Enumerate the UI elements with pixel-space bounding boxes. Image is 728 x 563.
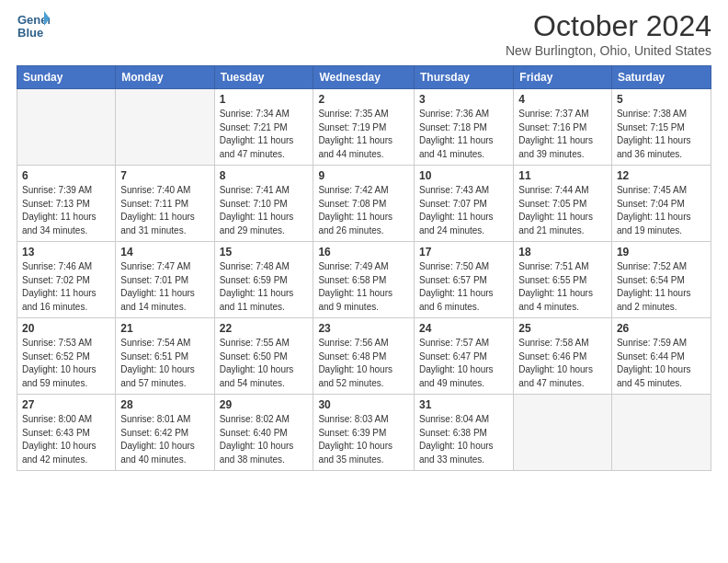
day-number: 4: [518, 93, 607, 106]
day-number: 18: [518, 246, 607, 259]
calendar-cell: 17Sunrise: 7:50 AMSunset: 6:57 PMDayligh…: [414, 242, 513, 318]
day-content: Sunrise: 8:02 AMSunset: 6:40 PMDaylight:…: [220, 413, 309, 466]
day-number: 15: [220, 246, 309, 259]
day-content: Sunrise: 7:42 AMSunset: 7:08 PMDaylight:…: [318, 184, 409, 237]
calendar-cell: 26Sunrise: 7:59 AMSunset: 6:44 PMDayligh…: [611, 318, 711, 395]
page: General Blue October 2024 New Burlington…: [0, 0, 728, 488]
calendar-cell: 27Sunrise: 8:00 AMSunset: 6:43 PMDayligh…: [17, 395, 116, 471]
col-header-sunday: Sunday: [17, 66, 116, 89]
calendar-header-row: SundayMondayTuesdayWednesdayThursdayFrid…: [17, 66, 711, 89]
header: General Blue October 2024 New Burlington…: [17, 9, 711, 58]
col-header-thursday: Thursday: [414, 66, 513, 89]
calendar-cell: 22Sunrise: 7:55 AMSunset: 6:50 PMDayligh…: [214, 318, 313, 395]
day-content: Sunrise: 7:48 AMSunset: 6:59 PMDaylight:…: [220, 260, 309, 314]
calendar-cell: [116, 89, 214, 166]
calendar-cell: [611, 395, 711, 471]
calendar-cell: 30Sunrise: 8:03 AMSunset: 6:39 PMDayligh…: [313, 395, 415, 471]
calendar-cell: 28Sunrise: 8:01 AMSunset: 6:42 PMDayligh…: [116, 395, 214, 471]
col-header-wednesday: Wednesday: [313, 66, 415, 89]
calendar-cell: 6Sunrise: 7:39 AMSunset: 7:13 PMDaylight…: [17, 166, 116, 242]
day-content: Sunrise: 7:50 AMSunset: 6:57 PMDaylight:…: [419, 260, 508, 314]
day-content: Sunrise: 8:00 AMSunset: 6:43 PMDaylight:…: [22, 413, 110, 466]
calendar-week-row: 6Sunrise: 7:39 AMSunset: 7:13 PMDaylight…: [17, 166, 711, 242]
day-number: 27: [22, 398, 110, 411]
calendar-cell: 7Sunrise: 7:40 AMSunset: 7:11 PMDaylight…: [116, 166, 214, 242]
col-header-tuesday: Tuesday: [214, 66, 313, 89]
day-number: 19: [617, 246, 706, 259]
day-number: 30: [318, 398, 409, 411]
day-content: Sunrise: 8:04 AMSunset: 6:38 PMDaylight:…: [419, 413, 508, 466]
day-content: Sunrise: 7:44 AMSunset: 7:05 PMDaylight:…: [518, 184, 607, 237]
day-content: Sunrise: 7:40 AMSunset: 7:11 PMDaylight:…: [120, 184, 209, 237]
calendar-cell: 3Sunrise: 7:36 AMSunset: 7:18 PMDaylight…: [414, 89, 513, 166]
day-number: 3: [419, 93, 508, 106]
month-year-title: October 2024: [506, 9, 711, 43]
calendar-cell: 15Sunrise: 7:48 AMSunset: 6:59 PMDayligh…: [214, 242, 313, 318]
calendar-week-row: 27Sunrise: 8:00 AMSunset: 6:43 PMDayligh…: [17, 395, 711, 471]
day-number: 9: [318, 169, 409, 182]
calendar-cell: 21Sunrise: 7:54 AMSunset: 6:51 PMDayligh…: [116, 318, 214, 395]
day-number: 16: [318, 246, 409, 259]
location-subtitle: New Burlington, Ohio, United States: [506, 43, 711, 58]
calendar-table: SundayMondayTuesdayWednesdayThursdayFrid…: [17, 65, 711, 471]
calendar-week-row: 13Sunrise: 7:46 AMSunset: 7:02 PMDayligh…: [17, 242, 711, 318]
day-number: 28: [120, 398, 209, 411]
day-content: Sunrise: 7:51 AMSunset: 6:55 PMDaylight:…: [518, 260, 607, 314]
day-content: Sunrise: 7:56 AMSunset: 6:48 PMDaylight:…: [318, 337, 409, 390]
day-number: 13: [22, 246, 110, 259]
calendar-cell: 24Sunrise: 7:57 AMSunset: 6:47 PMDayligh…: [414, 318, 513, 395]
calendar-cell: 29Sunrise: 8:02 AMSunset: 6:40 PMDayligh…: [214, 395, 313, 471]
logo-svg: General Blue: [17, 9, 50, 42]
day-number: 12: [617, 169, 706, 182]
calendar-cell: 5Sunrise: 7:38 AMSunset: 7:15 PMDaylight…: [611, 89, 711, 166]
calendar-cell: 25Sunrise: 7:58 AMSunset: 6:46 PMDayligh…: [514, 318, 612, 395]
calendar-cell: 23Sunrise: 7:56 AMSunset: 6:48 PMDayligh…: [313, 318, 415, 395]
day-content: Sunrise: 7:45 AMSunset: 7:04 PMDaylight:…: [617, 184, 706, 237]
day-content: Sunrise: 7:52 AMSunset: 6:54 PMDaylight:…: [617, 260, 706, 314]
day-number: 2: [318, 93, 409, 106]
calendar-cell: 1Sunrise: 7:34 AMSunset: 7:21 PMDaylight…: [214, 89, 313, 166]
day-content: Sunrise: 7:37 AMSunset: 7:16 PMDaylight:…: [518, 108, 607, 161]
day-content: Sunrise: 7:43 AMSunset: 7:07 PMDaylight:…: [419, 184, 508, 237]
day-number: 8: [220, 169, 309, 182]
calendar-cell: 11Sunrise: 7:44 AMSunset: 7:05 PMDayligh…: [514, 166, 612, 242]
col-header-friday: Friday: [514, 66, 612, 89]
day-content: Sunrise: 7:58 AMSunset: 6:46 PMDaylight:…: [518, 337, 607, 390]
calendar-week-row: 20Sunrise: 7:53 AMSunset: 6:52 PMDayligh…: [17, 318, 711, 395]
day-content: Sunrise: 7:39 AMSunset: 7:13 PMDaylight:…: [22, 184, 110, 237]
day-number: 25: [518, 322, 607, 335]
day-number: 23: [318, 322, 409, 335]
day-content: Sunrise: 7:57 AMSunset: 6:47 PMDaylight:…: [419, 337, 508, 390]
calendar-cell: 19Sunrise: 7:52 AMSunset: 6:54 PMDayligh…: [611, 242, 711, 318]
svg-text:Blue: Blue: [17, 26, 43, 40]
day-number: 6: [22, 169, 110, 182]
day-number: 29: [220, 398, 309, 411]
day-content: Sunrise: 8:01 AMSunset: 6:42 PMDaylight:…: [120, 413, 209, 466]
day-content: Sunrise: 8:03 AMSunset: 6:39 PMDaylight:…: [318, 413, 409, 466]
day-number: 7: [120, 169, 209, 182]
title-block: October 2024 New Burlington, Ohio, Unite…: [506, 9, 711, 58]
calendar-cell: 20Sunrise: 7:53 AMSunset: 6:52 PMDayligh…: [17, 318, 116, 395]
day-content: Sunrise: 7:47 AMSunset: 7:01 PMDaylight:…: [120, 260, 209, 314]
calendar-cell: [17, 89, 116, 166]
day-number: 22: [220, 322, 309, 335]
calendar-cell: 4Sunrise: 7:37 AMSunset: 7:16 PMDaylight…: [514, 89, 612, 166]
calendar-cell: 13Sunrise: 7:46 AMSunset: 7:02 PMDayligh…: [17, 242, 116, 318]
col-header-monday: Monday: [116, 66, 214, 89]
col-header-saturday: Saturday: [611, 66, 711, 89]
calendar-cell: 12Sunrise: 7:45 AMSunset: 7:04 PMDayligh…: [611, 166, 711, 242]
day-number: 11: [518, 169, 607, 182]
day-content: Sunrise: 7:53 AMSunset: 6:52 PMDaylight:…: [22, 337, 110, 390]
calendar-cell: 14Sunrise: 7:47 AMSunset: 7:01 PMDayligh…: [116, 242, 214, 318]
day-content: Sunrise: 7:46 AMSunset: 7:02 PMDaylight:…: [22, 260, 110, 314]
calendar-cell: 8Sunrise: 7:41 AMSunset: 7:10 PMDaylight…: [214, 166, 313, 242]
day-number: 14: [120, 246, 209, 259]
day-content: Sunrise: 7:38 AMSunset: 7:15 PMDaylight:…: [617, 108, 706, 161]
day-number: 31: [419, 398, 508, 411]
day-content: Sunrise: 7:41 AMSunset: 7:10 PMDaylight:…: [220, 184, 309, 237]
day-content: Sunrise: 7:49 AMSunset: 6:58 PMDaylight:…: [318, 260, 409, 314]
day-number: 5: [617, 93, 706, 106]
day-content: Sunrise: 7:59 AMSunset: 6:44 PMDaylight:…: [617, 337, 706, 390]
calendar-cell: [514, 395, 612, 471]
day-content: Sunrise: 7:36 AMSunset: 7:18 PMDaylight:…: [419, 108, 508, 161]
